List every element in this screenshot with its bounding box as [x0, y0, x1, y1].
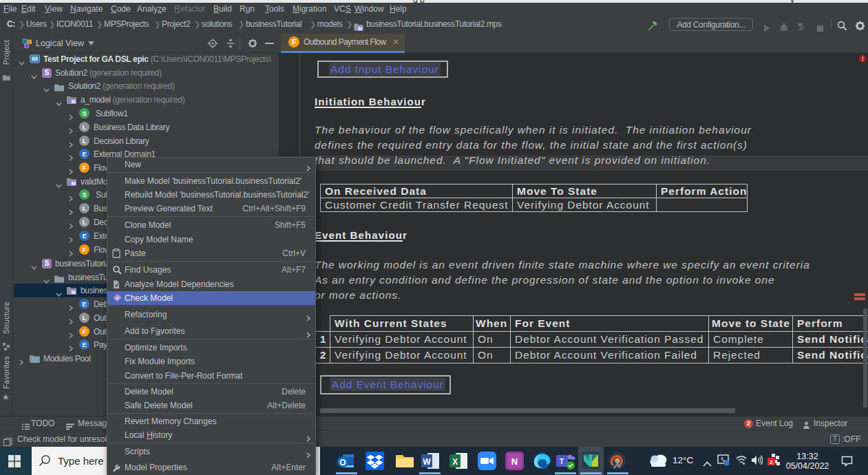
svg-text:S: S [25, 44, 28, 48]
svg-text:N: N [511, 456, 518, 467]
svg-text:M: M [72, 99, 76, 104]
svg-text:2: 2 [770, 459, 773, 465]
svg-text:M: M [72, 290, 76, 295]
svg-text:X: X [452, 457, 458, 467]
svg-text:M: M [358, 26, 362, 31]
svg-text:O: O [339, 458, 346, 467]
svg-text:D: D [23, 39, 26, 43]
svg-text:T: T [560, 458, 564, 465]
svg-text:M: M [72, 181, 76, 186]
svg-text:W: W [423, 457, 431, 467]
